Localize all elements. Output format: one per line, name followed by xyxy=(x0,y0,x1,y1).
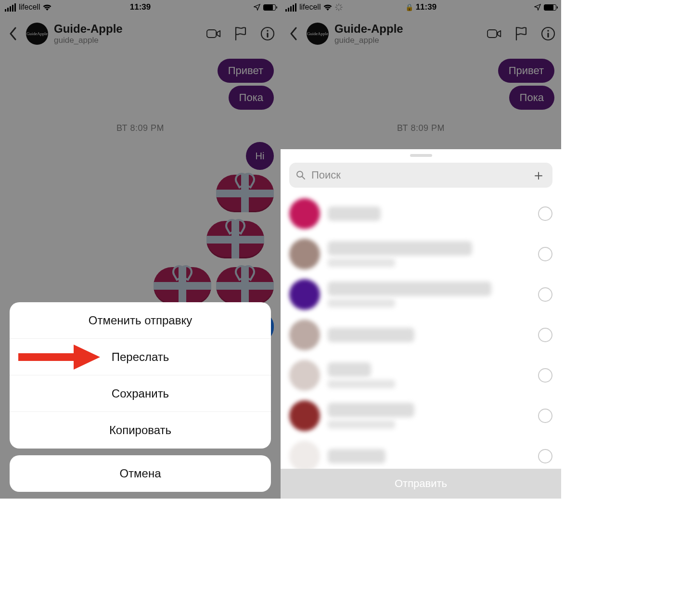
save-option[interactable]: Сохранить xyxy=(10,375,271,412)
contact-row[interactable] xyxy=(281,274,561,315)
svg-rect-4 xyxy=(18,353,76,361)
arrow-annotation-icon xyxy=(18,345,100,370)
contact-row[interactable] xyxy=(281,234,561,274)
select-radio[interactable] xyxy=(538,247,552,261)
forward-label: Переслать xyxy=(112,350,169,364)
unsend-option[interactable]: Отменить отправку xyxy=(10,302,271,339)
contact-list[interactable] xyxy=(281,193,561,469)
cancel-label: Отмена xyxy=(119,467,161,480)
action-sheet: Отменить отправку Переслать Сохранить Ко… xyxy=(10,302,271,492)
phone-right: lifecell 🔒 11:39 GuideApple xyxy=(281,0,561,499)
copy-option[interactable]: Копировать xyxy=(10,412,271,449)
copy-label: Копировать xyxy=(109,424,171,437)
sheet-grabber[interactable] xyxy=(410,154,432,157)
svg-point-17 xyxy=(297,171,303,177)
search-icon xyxy=(296,170,306,180)
contact-row[interactable] xyxy=(281,396,561,436)
svg-line-18 xyxy=(302,177,305,179)
save-label: Сохранить xyxy=(112,387,169,400)
contact-row[interactable] xyxy=(281,193,561,234)
select-radio[interactable] xyxy=(538,328,552,342)
send-button[interactable]: Отправить xyxy=(281,469,561,499)
contact-row[interactable] xyxy=(281,315,561,355)
forward-option[interactable]: Переслать xyxy=(10,339,271,375)
unsend-label: Отменить отправку xyxy=(89,314,192,327)
search-placeholder: Поиск xyxy=(311,169,526,181)
phone-left: lifecell 11:39 GuideApple Guide-Apple gu… xyxy=(0,0,281,499)
send-label: Отправить xyxy=(395,477,447,490)
select-radio[interactable] xyxy=(538,409,552,423)
contact-row[interactable] xyxy=(281,355,561,396)
select-radio[interactable] xyxy=(538,449,552,463)
search-input[interactable]: Поиск ＋ xyxy=(289,163,552,188)
cancel-button[interactable]: Отмена xyxy=(10,455,271,492)
overlay[interactable] xyxy=(281,0,561,149)
plus-icon[interactable]: ＋ xyxy=(531,166,546,185)
select-radio[interactable] xyxy=(538,287,552,302)
select-radio[interactable] xyxy=(538,368,552,383)
select-radio[interactable] xyxy=(538,206,552,221)
contact-row[interactable] xyxy=(281,436,561,469)
share-panel: Поиск ＋ Отправить xyxy=(281,149,561,499)
